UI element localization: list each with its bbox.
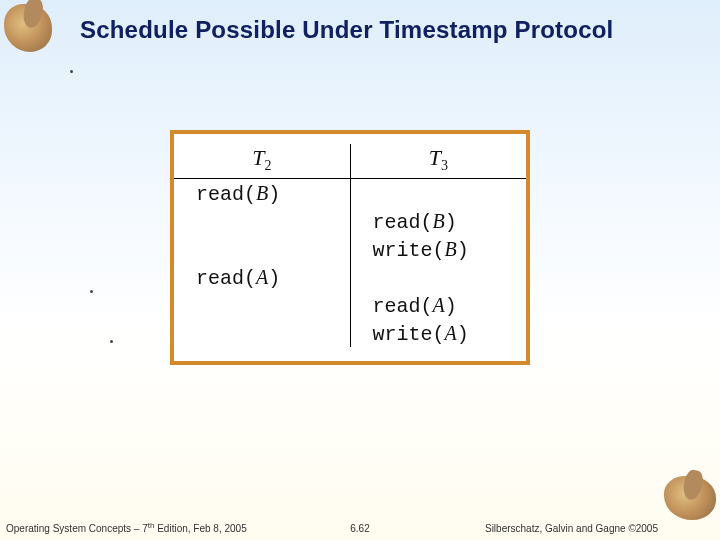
- cell-t2: [174, 291, 350, 319]
- schedule-box: T2 T3 read(B) read(B) write(B) read(A) r…: [170, 130, 530, 365]
- header-t3: T3: [350, 144, 526, 179]
- footer-right: Silberschatz, Galvin and Gagne ©2005: [485, 523, 658, 534]
- footer-center-page: 6.62: [350, 523, 369, 534]
- bullet-dot: [90, 290, 93, 293]
- slide-title: Schedule Possible Under Timestamp Protoc…: [80, 16, 710, 44]
- footer-left: Operating System Concepts – 7th Edition,…: [6, 521, 247, 534]
- schedule-table: T2 T3 read(B) read(B) write(B) read(A) r…: [174, 144, 526, 347]
- cell-t3: [350, 263, 526, 291]
- cell-t2: read(B): [174, 179, 350, 208]
- dinosaur-logo-bottom-right: [664, 476, 716, 520]
- schedule-row: read(B): [174, 207, 526, 235]
- schedule-row: write(B): [174, 235, 526, 263]
- cell-t2: [174, 235, 350, 263]
- cell-t2: read(A): [174, 263, 350, 291]
- schedule-header-row: T2 T3: [174, 144, 526, 179]
- cell-t2: [174, 207, 350, 235]
- cell-t3: read(A): [350, 291, 526, 319]
- cell-t3: write(A): [350, 319, 526, 347]
- dinosaur-logo-top-left: [4, 4, 52, 52]
- cell-t3: [350, 179, 526, 208]
- schedule-row: read(A): [174, 291, 526, 319]
- cell-t3: write(B): [350, 235, 526, 263]
- slide-footer: Operating System Concepts – 7th Edition,…: [0, 516, 720, 534]
- header-t2: T2: [174, 144, 350, 179]
- schedule-row: read(B): [174, 179, 526, 208]
- bullet-dot: [110, 340, 113, 343]
- schedule-row: read(A): [174, 263, 526, 291]
- cell-t3: read(B): [350, 207, 526, 235]
- schedule-row: write(A): [174, 319, 526, 347]
- cell-t2: [174, 319, 350, 347]
- bullet-dot: [70, 70, 73, 73]
